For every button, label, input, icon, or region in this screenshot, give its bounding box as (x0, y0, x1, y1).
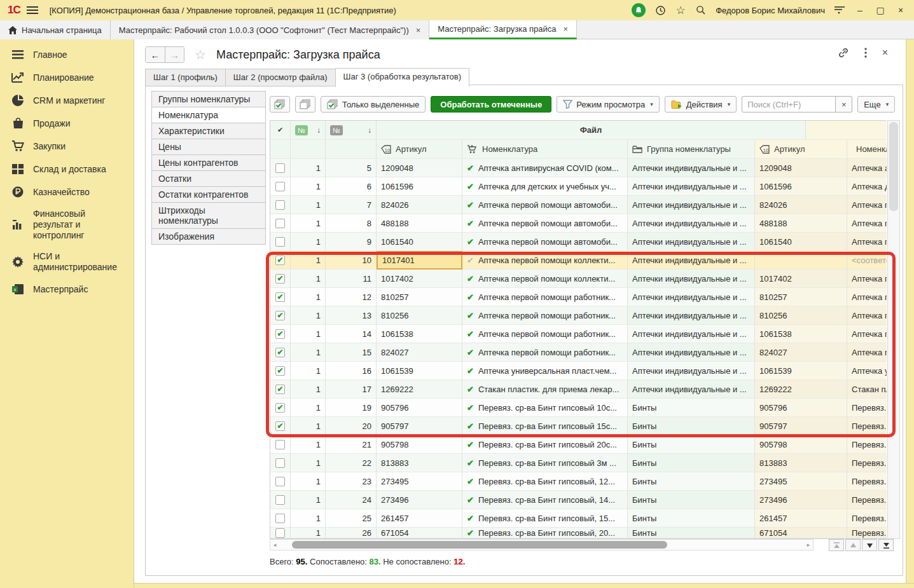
base-article-cell[interactable]: 261457 (755, 509, 847, 528)
row-checkbox-cell[interactable]: ✔ (270, 399, 291, 417)
sidebar-item-treasury[interactable]: Казначейство (0, 181, 134, 203)
close-tab-icon[interactable]: × (564, 24, 569, 34)
file-nomenclature-cell[interactable]: ✔Аптечка первой помощи коллекти... (462, 270, 628, 288)
group-cell[interactable]: Бинты (628, 472, 755, 491)
file-nomenclature-cell[interactable]: ✔Перевяз. ср-ва Бинт гипсовый 15с... (462, 417, 628, 435)
group-cell[interactable]: Аптечки индивидуальные и ... (628, 270, 755, 288)
file-number-cell[interactable]: 1 (291, 343, 326, 362)
base-nomenclature-cell[interactable]: Аптечка универсальная пласт.чем... (847, 362, 887, 380)
file-nomenclature-cell[interactable]: ✔Аптечка для детских и учебных уч... (462, 177, 628, 196)
file-nomenclature-cell[interactable]: ✔Перевяз. ср-ва Бинт гипсовый, 20... (462, 528, 628, 538)
file-nomenclature-cell[interactable]: ✔Перевяз. ср-ва Бинт гипсовый, 12... (462, 472, 628, 491)
file-nomenclature-cell[interactable]: ✔Аптечка первой помощи работник... (462, 306, 628, 325)
row-number-cell[interactable]: 15 (326, 343, 377, 362)
deselect-all-button[interactable] (295, 96, 315, 113)
base-article-cell[interactable]: 905798 (755, 435, 847, 454)
base-nomenclature-cell[interactable]: Аптечка первой помощи работник... (847, 343, 887, 362)
base-nomenclature-cell[interactable]: Аптечка для детских и учебных уч... (847, 177, 887, 196)
row-checkbox[interactable]: ✔ (275, 292, 285, 302)
row-checkbox[interactable] (275, 458, 285, 468)
group-cell[interactable]: Аптечки индивидуальные и ... (628, 362, 755, 380)
file-article-cell[interactable]: 1061596 (377, 177, 462, 196)
file-number-cell[interactable]: 1 (291, 288, 326, 306)
group-cell[interactable]: Аптечки индивидуальные и ... (628, 177, 755, 196)
base-article-cell[interactable]: 810257 (755, 288, 847, 306)
file-article-cell[interactable]: 488188 (377, 214, 462, 233)
row-checkbox-cell[interactable] (270, 472, 291, 491)
tab-step2-file-view[interactable]: Шаг 2 (просмотр файла) (225, 69, 335, 86)
vtab-nomenclature-groups[interactable]: Группы номенклатуры (151, 91, 266, 107)
file-number-cell[interactable]: 1 (291, 325, 326, 343)
table-row[interactable]: ✔1111017402✔Аптечка первой помощи коллек… (270, 270, 887, 288)
group-cell[interactable]: Аптечки индивидуальные и ... (628, 380, 755, 399)
file-nomenclature-cell[interactable]: ✔Аптечка первой помощи автомоби... (462, 196, 628, 214)
file-article-cell[interactable]: 905796 (377, 399, 462, 417)
row-checkbox[interactable] (275, 219, 285, 228)
row-number-cell[interactable]: 21 (326, 435, 377, 454)
row-number-cell[interactable]: 19 (326, 399, 377, 417)
scroll-to-bottom-button[interactable] (878, 539, 894, 551)
only-selected-button[interactable]: Только выделенные (321, 96, 426, 113)
search-input[interactable] (742, 96, 836, 113)
get-link-icon[interactable] (838, 47, 849, 58)
base-nomenclature-cell[interactable]: Аптечка первой помощи автомоби... (847, 196, 887, 214)
base-article-cell[interactable]: 824026 (755, 196, 847, 214)
base-nomenclature-cell[interactable]: Перевяз. ср-ва Бинт гипсовый, 12... (847, 472, 887, 491)
group-cell[interactable]: Аптечки индивидуальные и ... (628, 233, 755, 251)
file-nomenclature-cell[interactable]: ✔Аптечка первой помощи коллекти... (462, 251, 628, 270)
vtab-nomenclature[interactable]: Номенклатура (151, 107, 266, 123)
file-number-cell[interactable]: 1 (291, 270, 326, 288)
base-nomenclature-cell[interactable]: Стакан пластик. для приема лекар... (847, 380, 887, 399)
table-row[interactable]: ✔1161061539✔Аптечка универсальная пласт.… (270, 362, 887, 380)
sidebar-item-nsi-admin[interactable]: НСИ и администрирование (0, 246, 134, 278)
group-cell[interactable]: Аптечки индивидуальные и ... (628, 196, 755, 214)
base-article-cell[interactable]: 1061538 (755, 325, 847, 343)
file-nomenclature-cell[interactable]: ✔Аптечка первой помощи работник... (462, 343, 628, 362)
base-article-cell[interactable]: 1061596 (755, 177, 847, 196)
row-checkbox[interactable]: ✔ (275, 329, 285, 339)
row-checkbox[interactable] (275, 200, 285, 210)
row-number-cell[interactable]: 7 (326, 196, 377, 214)
row-number-cell[interactable]: 14 (326, 325, 377, 343)
row-checkbox-cell[interactable]: ✔ (270, 288, 291, 306)
more-options-icon[interactable] (864, 48, 867, 58)
group-cell[interactable]: Бинты (628, 417, 755, 435)
table-row[interactable]: 126671054✔Перевяз. ср-ва Бинт гипсовый, … (270, 528, 887, 538)
row-number-cell[interactable]: 24 (326, 491, 377, 509)
row-number-cell[interactable]: 17 (326, 380, 377, 399)
back-button[interactable]: ← (146, 47, 165, 62)
row-checkbox-cell[interactable]: ✔ (270, 325, 291, 343)
base-nomenclature-cell[interactable]: Перевяз. ср-ва Бинт гипсовый 3м ... (847, 454, 887, 472)
group-cell[interactable]: Бинты (628, 399, 755, 417)
group-cell[interactable]: Аптечки индивидуальные и ... (628, 214, 755, 233)
vtab-characteristics[interactable]: Характеристики (151, 123, 266, 139)
base-article-cell[interactable]: 273495 (755, 472, 847, 491)
main-menu-icon[interactable] (27, 6, 38, 14)
vtab-images[interactable]: Изображения (151, 228, 266, 245)
table-row[interactable]: 17824026✔Аптечка первой помощи автомоби.… (270, 196, 887, 214)
tab-masterprice-desktop[interactable]: Мастерпрайс: Рабочий стол 1.0.0.3 (ООО "… (111, 20, 430, 39)
forward-button[interactable]: → (165, 47, 184, 62)
file-article-cell[interactable]: 810257 (377, 288, 462, 306)
row-checkbox[interactable] (275, 528, 285, 538)
table-row[interactable]: ✔1101017401✔Аптечка первой помощи коллек… (270, 251, 887, 270)
table-row[interactable]: 124273496✔Перевяз. ср-ва Бинт гипсовый, … (270, 491, 887, 509)
table-row[interactable]: ✔119905796✔Перевяз. ср-ва Бинт гипсовый … (270, 399, 887, 417)
file-number-cell[interactable]: 1 (291, 251, 326, 270)
actions-button[interactable]: Действия ▾ (665, 96, 737, 113)
row-checkbox[interactable] (275, 440, 285, 449)
file-number-cell[interactable]: 1 (291, 177, 326, 196)
group-cell[interactable]: Бинты (628, 528, 755, 538)
row-number-cell[interactable]: 25 (326, 509, 377, 528)
base-article-cell[interactable]: 488188 (755, 214, 847, 233)
row-checkbox[interactable]: ✔ (275, 274, 285, 284)
base-nomenclature-cell[interactable]: Перевяз. ср-ва Бинт гипсовый, 20... (847, 528, 887, 538)
base-nomenclature-cell[interactable]: Перевяз. ср-ва Бинт гипсовый 15с... (847, 417, 887, 435)
sidebar-item-warehouse[interactable]: Склад и доставка (0, 158, 134, 181)
scroll-up-button[interactable] (845, 539, 861, 551)
base-nomenclature-cell[interactable]: <соответс (847, 251, 887, 270)
table-row[interactable]: ✔112810257✔Аптечка первой помощи работни… (270, 288, 887, 306)
base-article-cell[interactable]: 671054 (755, 528, 847, 538)
service-menu-icon[interactable] (834, 4, 845, 16)
row-number-cell[interactable]: 22 (326, 454, 377, 472)
